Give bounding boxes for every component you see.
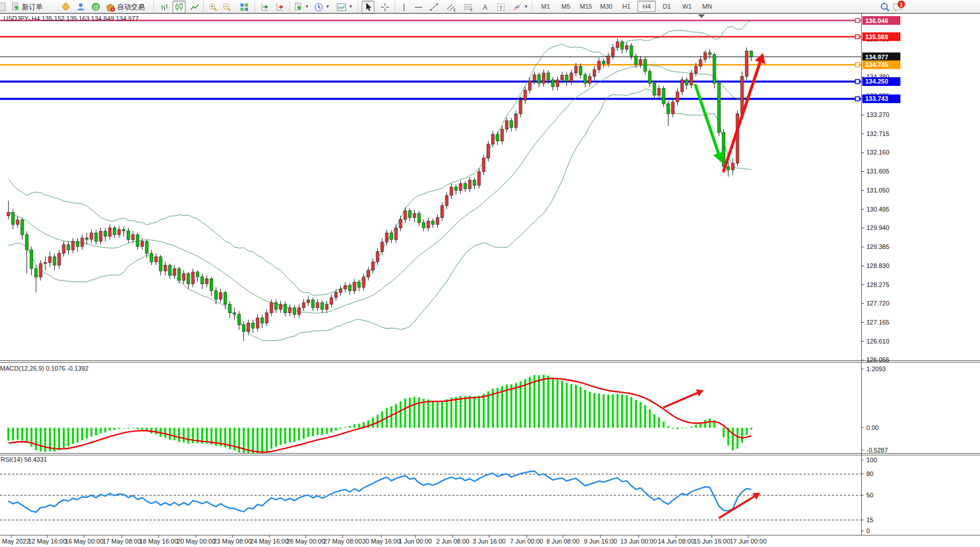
svg-text:135.569: 135.569: [865, 33, 888, 40]
chart-area[interactable]: 135.490134.935134.380133.825133.270132.7…: [0, 0, 980, 547]
timeframe-m15-button[interactable]: M15: [577, 1, 595, 12]
navigator-icon[interactable]: @: [89, 1, 103, 13]
auto-scroll-icon[interactable]: [273, 1, 287, 13]
timeframe-mn-button[interactable]: MN: [698, 1, 716, 12]
svg-text:27 May 08:00: 27 May 08:00: [324, 538, 362, 545]
svg-text:15: 15: [866, 516, 873, 523]
chevron-down-icon[interactable]: ▼: [305, 1, 309, 13]
trend-arrow[interactable]: [719, 493, 760, 518]
svg-text:E: E: [453, 7, 456, 12]
svg-text:127.720: 127.720: [866, 300, 889, 307]
svg-text:8 Jun 08:00: 8 Jun 08:00: [546, 538, 580, 545]
data-window-icon[interactable]: [74, 1, 88, 13]
svg-text:17 Jun 00:00: 17 Jun 00:00: [730, 538, 767, 545]
candlesticks: [7, 39, 753, 341]
text-label-tool-icon[interactable]: T: [494, 1, 508, 13]
svg-text:F: F: [471, 8, 473, 12]
svg-text:50: 50: [866, 492, 873, 499]
auto-trading-button[interactable]: 自动交易: [104, 1, 147, 13]
svg-text:16 May 00:00: 16 May 00:00: [65, 538, 104, 545]
svg-text:131.050: 131.050: [866, 187, 889, 194]
svg-text:133.743: 133.743: [865, 95, 888, 102]
text-tool-icon[interactable]: A: [479, 1, 491, 13]
arrows-tool-icon[interactable]: ▼: [510, 1, 530, 13]
chevron-down-icon[interactable]: ▼: [348, 1, 353, 13]
svg-text:128.830: 128.830: [866, 262, 889, 269]
timeframe-w1-button[interactable]: W1: [678, 1, 696, 12]
period-button[interactable]: ▼: [312, 1, 332, 13]
chart-shift-marker[interactable]: [698, 14, 705, 18]
auto-trading-icon: [106, 2, 115, 12]
trendline-tool-icon[interactable]: [427, 1, 441, 13]
svg-text:12 May 16:00: 12 May 16:00: [28, 538, 67, 545]
notification-badge[interactable]: 1: [897, 0, 906, 9]
svg-text:131.605: 131.605: [866, 168, 889, 175]
time-axis: 12 May 202212 May 16:0016 May 00:0017 Ma…: [0, 535, 767, 545]
chevron-down-icon[interactable]: ▼: [524, 1, 528, 13]
timeframe-m5-button[interactable]: M5: [557, 1, 575, 12]
svg-text:130.495: 130.495: [866, 206, 889, 213]
new-order-button[interactable]: 新订单: [9, 1, 44, 13]
line-chart-icon[interactable]: [188, 1, 201, 13]
new-chart-button[interactable]: ▼: [292, 1, 311, 13]
new-order-label: 新订单: [22, 2, 43, 12]
svg-text:13 Jun 00:00: 13 Jun 00:00: [620, 538, 657, 545]
svg-text:26 May 00:00: 26 May 00:00: [287, 538, 325, 545]
horizontal-line-tool-icon[interactable]: [412, 1, 425, 13]
svg-text:-0.5287: -0.5287: [866, 447, 888, 454]
price-badge: 134.250: [855, 77, 900, 86]
svg-text:23 May 08:00: 23 May 08:00: [213, 538, 252, 545]
svg-text:24 May 16:00: 24 May 16:00: [250, 538, 289, 545]
trend-arrow[interactable]: [723, 53, 765, 172]
svg-text:17 May 08:00: 17 May 08:00: [103, 538, 141, 545]
candlestick-chart-icon[interactable]: [172, 1, 186, 13]
equidistant-channel-tool-icon[interactable]: E: [444, 1, 458, 13]
svg-text:0.00: 0.00: [866, 424, 878, 431]
tile-windows-icon[interactable]: [238, 1, 251, 13]
timeframe-m30-button[interactable]: M30: [597, 1, 615, 12]
price-badge: 136.046: [855, 16, 900, 25]
main-price-pane: [0, 20, 861, 341]
svg-text:30 May 16:00: 30 May 16:00: [362, 538, 401, 545]
bar-chart-icon[interactable]: [158, 1, 171, 13]
svg-text:126.055: 126.055: [866, 356, 889, 363]
svg-text:134.745: 134.745: [865, 61, 888, 68]
timeframe-m1-button[interactable]: M1: [536, 1, 555, 12]
crosshair-icon[interactable]: [378, 1, 392, 13]
svg-text:2 Jun 08:00: 2 Jun 08:00: [436, 538, 470, 545]
timeframe-h1-button[interactable]: H1: [617, 1, 636, 12]
svg-text:3 Jun 16:00: 3 Jun 16:00: [472, 538, 506, 545]
cursor-icon[interactable]: [362, 1, 374, 13]
rsi-indicator-label: RSI(14) 58.4331: [1, 456, 47, 463]
svg-text:129.385: 129.385: [866, 243, 889, 250]
timeframe-h4-button[interactable]: H4: [637, 1, 656, 12]
svg-text:15 Jun 16:00: 15 Jun 16:00: [693, 538, 730, 545]
template-button[interactable]: ▼: [335, 1, 355, 13]
svg-text:@: @: [93, 4, 99, 10]
chart-title-ohlc: USDJPY-,H4 135.152 135.163 134.849 134.9…: [3, 15, 138, 22]
price-badge: 134.977: [862, 52, 900, 61]
vertical-line-tool-icon[interactable]: [398, 1, 410, 13]
svg-text:100: 100: [866, 457, 877, 463]
trend-arrow[interactable]: [663, 390, 704, 408]
svg-text:T: T: [500, 4, 503, 10]
svg-text:136.046: 136.046: [865, 17, 888, 24]
rsi-pane: [0, 471, 861, 520]
market-watch-icon[interactable]: [59, 1, 73, 13]
toolbar: 新订单 @ 自动交易 ▼ ▼ ▼ E F A T ▼: [0, 0, 980, 13]
svg-text:134.977: 134.977: [865, 54, 888, 61]
timeframe-d1-button[interactable]: D1: [658, 1, 676, 12]
clipped-toolbar-button[interactable]: [0, 1, 7, 13]
price-badge: 134.745: [855, 61, 900, 69]
svg-text:1 Jun 00:00: 1 Jun 00:00: [399, 538, 432, 545]
macd-pane: [9, 375, 752, 455]
svg-text:132.160: 132.160: [866, 149, 889, 156]
auto-trading-label: 自动交易: [117, 2, 145, 12]
price-axis: 135.490134.935134.380133.825133.270132.7…: [855, 16, 900, 534]
zoom-in-icon[interactable]: [206, 1, 220, 13]
bollinger-bands: [9, 20, 752, 341]
chevron-down-icon[interactable]: ▼: [325, 1, 330, 13]
fibonacci-tool-icon[interactable]: F: [461, 1, 475, 13]
zoom-out-icon[interactable]: [220, 1, 234, 13]
chart-shift-icon[interactable]: [258, 1, 272, 13]
